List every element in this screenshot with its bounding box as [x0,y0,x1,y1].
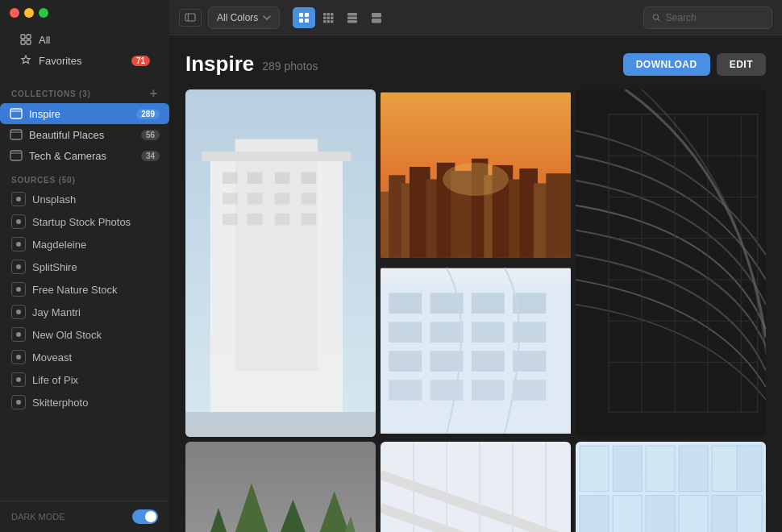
svg-rect-1 [27,35,31,39]
svg-rect-38 [372,13,381,18]
source-item-life-of-pix[interactable]: Life of Pix [0,368,169,391]
source-icon-new-old-stock [11,327,26,342]
color-filter-dropdown[interactable]: All Colors [208,6,280,29]
svg-rect-45 [223,172,237,184]
photo-item-2[interactable] [381,89,571,260]
svg-rect-48 [302,172,316,184]
source-item-magdeleine[interactable]: Magdeleine [0,233,169,256]
photo-item-1[interactable] [185,89,376,437]
svg-rect-58 [185,412,376,437]
svg-rect-136 [737,446,762,491]
sidebar-item-all[interactable]: All [10,29,160,50]
view-list-button[interactable] [341,7,364,28]
sidebar: All Favorites 71 COLLECTIONS (3) + Inspi… [0,0,169,532]
search-box[interactable] [643,6,772,29]
photo-item-5[interactable] [185,442,376,532]
sidebar-toggle-button[interactable] [179,9,202,27]
svg-point-13 [16,264,21,269]
svg-rect-53 [223,214,237,225]
page-title: Inspire [185,52,254,77]
source-item-unsplash[interactable]: Unsplash [0,188,169,210]
svg-rect-96 [513,322,546,343]
source-icon-magdeleine [11,237,26,251]
source-label-splitshire: SplitShire [32,261,77,273]
collections-section-label: COLLECTIONS (3) + [0,77,169,103]
svg-rect-105 [185,442,376,532]
beautiful-places-label: Beautiful Places [29,129,104,141]
grid-icon [19,33,32,46]
source-icon-moveast [11,350,26,364]
svg-rect-36 [347,16,357,19]
sidebar-item-tech-cameras[interactable]: Tech & Cameras 34 [0,145,169,166]
svg-point-74 [443,163,509,196]
source-item-splitshire[interactable]: SplitShire [0,256,169,278]
dark-mode-toggle[interactable] [132,509,158,524]
collection-tech-cameras-icon [10,149,23,162]
svg-rect-89 [389,293,422,314]
sidebar-item-favorites[interactable]: Favorites 71 [10,50,160,71]
photo-item-6[interactable] [381,442,571,532]
svg-rect-56 [302,214,316,225]
close-button[interactable] [10,8,19,18]
source-item-startup-stock-photos[interactable]: Startup Stock Photos [0,210,169,233]
source-label-unsplash: Unsplash [32,193,76,206]
source-icon-skitterphoto [11,395,26,409]
svg-rect-23 [305,13,309,17]
sources-section-label: SOURCES (50) [0,166,169,188]
maximize-button[interactable] [39,8,48,18]
svg-rect-52 [302,193,316,204]
inspire-badge: 289 [136,109,160,119]
sidebar-item-inspire[interactable]: Inspire 289 [0,103,169,124]
dark-mode-section: DARK MODE [0,501,169,532]
sidebar-nav-top: All Favorites 71 [0,29,169,77]
source-label-jay-mantri: Jay Mantri [32,306,81,318]
toolbar: All Colors [169,0,782,35]
view-grid-medium-button[interactable] [317,7,339,28]
svg-rect-20 [185,14,195,21]
svg-rect-104 [513,380,546,401]
svg-rect-99 [472,351,505,372]
svg-rect-139 [646,496,675,532]
svg-rect-24 [299,19,303,23]
svg-rect-132 [613,446,642,491]
minimize-button[interactable] [24,8,34,18]
source-item-jay-mantri[interactable]: Jay Mantri [0,301,169,323]
svg-rect-142 [737,496,762,532]
view-modes [293,7,388,28]
source-label-new-old-stock: New Old Stock [32,329,102,341]
svg-rect-8 [10,151,22,160]
add-collection-button[interactable]: + [150,87,158,100]
svg-rect-57 [202,152,351,161]
svg-rect-51 [275,193,289,204]
svg-point-19 [16,400,21,405]
svg-rect-2 [21,40,25,44]
svg-point-10 [16,197,21,202]
source-item-skitterphoto[interactable]: Skitterphoto [0,391,169,414]
source-icon-life-of-pix [11,372,26,387]
svg-point-15 [16,310,21,314]
sidebar-item-all-label: All [39,34,50,46]
tech-cameras-badge: 34 [141,151,160,161]
svg-point-12 [16,242,21,247]
download-button[interactable]: DOWNLOAD [623,53,710,76]
svg-rect-102 [431,380,464,401]
photo-item-4[interactable] [381,265,571,436]
traffic-lights [10,8,48,18]
svg-rect-137 [580,496,609,532]
edit-button[interactable]: EDIT [717,53,766,76]
content-header: Inspire 289 photos DOWNLOAD EDIT [185,52,766,77]
source-item-free-nature-stock[interactable]: Free Nature Stock [0,278,169,301]
dark-mode-label: DARK MODE [11,512,65,522]
source-item-new-old-stock[interactable]: New Old Stock [0,323,169,346]
photo-item-7[interactable] [576,442,766,532]
photo-item-3[interactable] [576,89,766,437]
view-grid-large-button[interactable] [293,7,315,28]
svg-point-11 [16,219,21,224]
source-item-moveast[interactable]: Moveast [0,346,169,368]
view-wide-button[interactable] [365,7,388,28]
svg-rect-26 [323,13,327,16]
svg-rect-134 [679,446,708,491]
sidebar-item-beautiful-places[interactable]: Beautiful Places 56 [0,124,169,145]
svg-rect-28 [331,13,334,16]
search-input[interactable] [666,12,763,23]
